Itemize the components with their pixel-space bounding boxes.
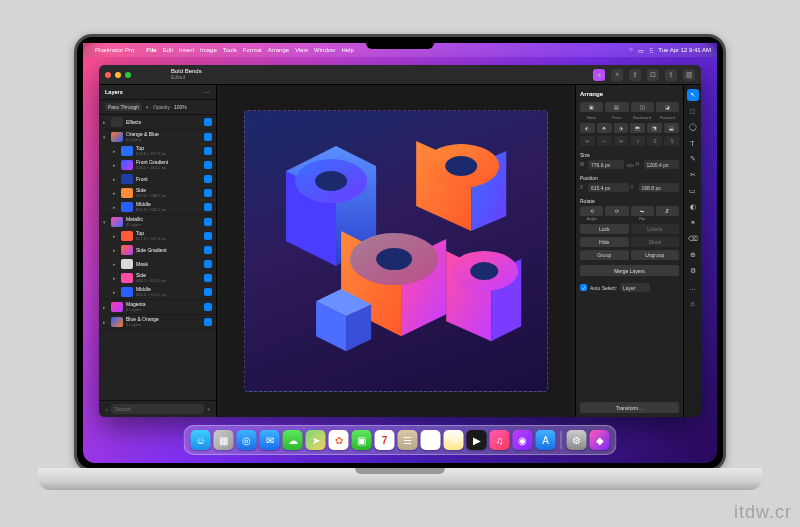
dock-app-podcasts[interactable]: ◉	[513, 430, 533, 450]
minimize-button[interactable]	[115, 72, 121, 78]
unlock-button[interactable]: Unlock	[631, 224, 680, 234]
layer-row[interactable]: ▸ Front	[99, 172, 216, 186]
dock-app-tv[interactable]: ▶	[467, 430, 487, 450]
disclosure-icon[interactable]: ▸	[103, 119, 108, 125]
layer-row[interactable]: ▸ Side468.5 × 651.5 px	[99, 271, 216, 285]
dock-app-safari[interactable]: ◎	[237, 430, 257, 450]
auto-select-dropdown[interactable]: Layer	[620, 283, 650, 292]
menu-tools[interactable]: Tools	[223, 47, 237, 53]
layer-group-row[interactable]: ▾ Orange & Blue4 Layers	[99, 130, 216, 144]
tool-8[interactable]: ✶	[687, 217, 699, 229]
layer-row[interactable]: ▸ Side Gradient	[99, 243, 216, 257]
visibility-toggle[interactable]	[204, 133, 212, 141]
align-right-button[interactable]: ⬗	[614, 123, 629, 133]
width-field[interactable]: 776.6 px	[588, 160, 624, 169]
menu-help[interactable]: Help	[341, 47, 353, 53]
dock-app-facetime[interactable]: ▣	[352, 430, 372, 450]
dist-h2-button[interactable]: ⇿	[597, 136, 612, 146]
opacity-value[interactable]: 100%	[174, 104, 187, 110]
align-vcenter-button[interactable]: ⬔	[647, 123, 662, 133]
control-center-icon[interactable]: ⠿	[649, 47, 653, 54]
bring-forward-button[interactable]: ◪	[656, 102, 679, 112]
disclosure-icon[interactable]: ▸	[113, 162, 118, 168]
disclosure-icon[interactable]: ▸	[113, 247, 118, 253]
color-picker-icon[interactable]: ●	[593, 69, 605, 81]
visibility-toggle[interactable]	[204, 189, 212, 197]
dock-app-mail[interactable]: ✉	[260, 430, 280, 450]
visibility-toggle[interactable]	[204, 147, 212, 155]
panels-icon[interactable]: ▥	[683, 69, 695, 81]
visibility-toggle[interactable]	[204, 318, 212, 326]
y-field[interactable]: 198.8 px	[639, 183, 680, 192]
battery-icon[interactable]: ▭	[638, 47, 644, 54]
titlebar[interactable]: Bold Bends Edited ● + ⇪ ⊡ ⇧ ▥	[99, 65, 701, 85]
dock-app-messages[interactable]: ☁	[283, 430, 303, 450]
menu-format[interactable]: Format	[243, 47, 262, 53]
disclosure-icon[interactable]: ▸	[113, 289, 118, 295]
export-icon[interactable]: ⇪	[629, 69, 641, 81]
rotate-cw-button[interactable]: ⟳	[605, 206, 628, 216]
tool-12[interactable]: …	[687, 281, 699, 293]
flip-h-button[interactable]: ⇋	[631, 206, 654, 216]
menu-file[interactable]: File	[146, 47, 156, 53]
tool-6[interactable]: ▭	[687, 185, 699, 197]
visibility-toggle[interactable]	[204, 175, 212, 183]
send-to-back-button[interactable]: ▣	[580, 102, 603, 112]
disclosure-icon[interactable]: ▸	[113, 176, 118, 182]
menu-image[interactable]: Image	[200, 47, 217, 53]
show-button[interactable]: Show	[631, 237, 680, 247]
layer-row[interactable]: ▸ Mask	[99, 257, 216, 271]
menu-edit[interactable]: Edit	[163, 47, 173, 53]
layer-group-row[interactable]: ▸ Magenta4 Layers	[99, 300, 216, 314]
visibility-toggle[interactable]	[204, 274, 212, 282]
layers-list[interactable]: ▸ Effects ▾ Orange & Blue4 Layers ▸ Top6…	[99, 115, 216, 400]
auto-select-checkbox[interactable]: ✓	[580, 284, 587, 291]
disclosure-icon[interactable]: ▸	[113, 148, 118, 154]
tool-7[interactable]: ◐	[687, 201, 699, 213]
menubar-app-name[interactable]: Pixelmator Pro	[95, 47, 134, 53]
height-field[interactable]: 1200.4 px	[644, 160, 680, 169]
visibility-toggle[interactable]	[204, 203, 212, 211]
visibility-toggle[interactable]	[204, 232, 212, 240]
dock-app-maps[interactable]: ➤	[306, 430, 326, 450]
menubar-clock[interactable]: Tue Apr 12 9:41 AM	[658, 47, 711, 53]
dock-app-reminders[interactable]: ≡	[421, 430, 441, 450]
ungroup-button[interactable]: Ungroup	[631, 250, 680, 260]
tool-0[interactable]: ↖	[687, 89, 699, 101]
menu-insert[interactable]: Insert	[179, 47, 194, 53]
dock-app-launchpad[interactable]: ▦	[214, 430, 234, 450]
transform-button[interactable]: Transform…	[580, 402, 679, 413]
dock-app-settings[interactable]: ⚙	[567, 430, 587, 450]
layer-group-row[interactable]: ▾ Metallic4 Layers	[99, 215, 216, 229]
menu-window[interactable]: Window	[314, 47, 335, 53]
layer-row[interactable]: ▸ Top657.9 × 567.3 px	[99, 229, 216, 243]
dist-v2-button[interactable]: ⇵	[647, 136, 662, 146]
disclosure-icon[interactable]: ▸	[103, 304, 108, 310]
tool-5[interactable]: ✂	[687, 169, 699, 181]
rotate-ccw-button[interactable]: ⟲	[580, 206, 603, 216]
layer-row[interactable]: ▸ Middle601.0 × 571.2 px	[99, 285, 216, 299]
disclosure-icon[interactable]: ▾	[103, 219, 108, 225]
layer-row[interactable]: ▸ Top643.8 × 627.8 px	[99, 144, 216, 158]
visibility-toggle[interactable]	[204, 246, 212, 254]
dock-app-contacts[interactable]: ☰	[398, 430, 418, 450]
dock-app-pixelmator[interactable]: ◆	[590, 430, 610, 450]
layers-menu-icon[interactable]: ⋯	[204, 89, 210, 95]
dist-v3-button[interactable]: ⇅	[664, 136, 679, 146]
lock-button[interactable]: Lock	[580, 224, 629, 234]
add-icon[interactable]: +	[611, 69, 623, 81]
dock-app-calendar[interactable]: 7	[375, 430, 395, 450]
visibility-toggle[interactable]	[204, 161, 212, 169]
visibility-toggle[interactable]	[204, 218, 212, 226]
disclosure-icon[interactable]: ▾	[103, 134, 108, 140]
dock-app-notes[interactable]: ✎	[444, 430, 464, 450]
disclosure-icon[interactable]: ▸	[113, 190, 118, 196]
tool-10[interactable]: ⊕	[687, 249, 699, 261]
add-layer-icon[interactable]: +	[207, 406, 210, 412]
layer-group-row[interactable]: ▸ Effects	[99, 115, 216, 129]
visibility-toggle[interactable]	[204, 118, 212, 126]
group-button[interactable]: Group	[580, 250, 629, 260]
layers-search-input[interactable]	[111, 404, 204, 414]
merge-layers-button[interactable]: Merge Layers	[580, 265, 679, 276]
dist-v-button[interactable]: ⇳	[630, 136, 645, 146]
